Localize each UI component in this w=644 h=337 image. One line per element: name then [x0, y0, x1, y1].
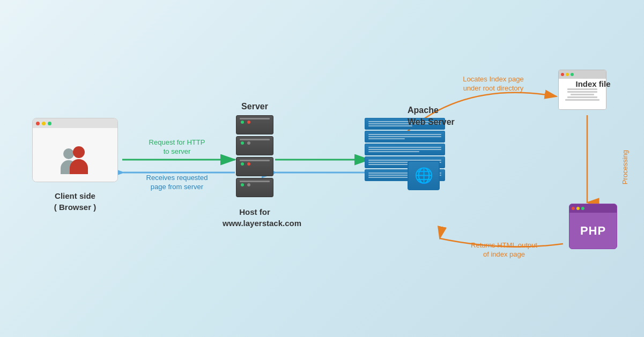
browser-dot-yellow	[42, 122, 46, 125]
server-unit-4	[236, 178, 273, 197]
request-http-label: Request for HTTP to server	[129, 138, 225, 156]
file-dot-green	[571, 73, 574, 76]
php-body: PHP	[569, 213, 617, 249]
client-label-line2: ( Browser )	[54, 203, 96, 212]
server-unit-2	[236, 136, 273, 155]
file-dot-red	[561, 73, 564, 76]
client-label: Client side ( Browser )	[29, 190, 121, 213]
person-front	[70, 146, 88, 174]
server-unit-1	[236, 115, 273, 134]
file-dot-yellow	[566, 73, 569, 76]
processing-label: Processing	[621, 150, 629, 184]
browser-dot-red	[36, 122, 40, 125]
server-unit-3	[236, 157, 273, 176]
browser-window	[32, 118, 118, 182]
server-stripe	[240, 118, 270, 119]
client-label-line1: Client side	[55, 191, 95, 200]
php-titlebar	[569, 204, 617, 213]
diagram-container: Client side ( Browser ) Server	[0, 0, 644, 337]
host-label: Host for www.layerstack.com	[223, 206, 287, 229]
index-file-label: Index file	[561, 79, 625, 88]
led-green	[241, 121, 244, 124]
index-file-box	[558, 70, 612, 113]
apache-globe-box: 🌐	[408, 161, 440, 190]
browser-content	[33, 128, 117, 182]
apache-slice-2	[365, 131, 445, 143]
browser-titlebar	[33, 118, 117, 128]
php-label: PHP	[580, 224, 606, 238]
returns-label: Returns HTML output of index page	[448, 241, 560, 259]
apache-label: Apache Web Server	[408, 104, 455, 129]
led-red	[247, 121, 250, 124]
php-box: PHP	[569, 204, 617, 249]
people-icon	[56, 137, 94, 174]
apache-slice-3	[365, 144, 445, 155]
server-label: Server	[225, 102, 284, 111]
globe-icon: 🌐	[414, 167, 433, 184]
apache-box: 🌐	[365, 118, 472, 198]
server-tower	[236, 115, 273, 201]
apache-server-visual: 🌐	[365, 118, 445, 196]
php-icon: PHP	[569, 204, 617, 249]
file-icon	[558, 70, 606, 110]
browser-dot-green	[48, 122, 51, 125]
receives-label: Receives requested page from server	[126, 174, 228, 192]
locates-label: Locates Index page under root directory	[440, 75, 547, 93]
file-titlebar	[559, 70, 606, 79]
